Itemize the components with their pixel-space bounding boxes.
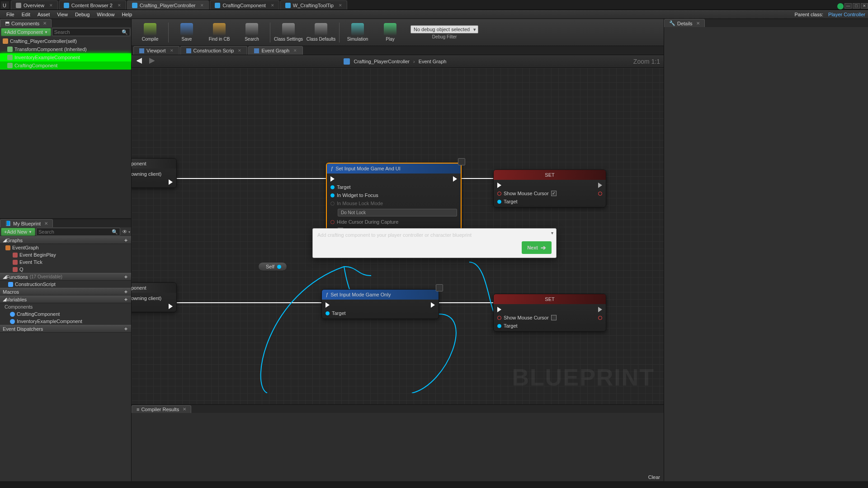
menu-file[interactable]: File [3, 12, 18, 17]
show-cursor-checkbox-2[interactable] [551, 315, 557, 320]
toolbar-play-button[interactable]: Play [374, 20, 406, 45]
toolbar-class-settings-button[interactable]: Class Settings [273, 20, 304, 45]
parent-class-link[interactable]: Player Controller [828, 12, 865, 17]
subtab-viewport[interactable]: Viewport✕ [133, 46, 179, 55]
node-set-show-mouse-cursor-1[interactable]: SET Show Mouse Cursor✓ Target [493, 169, 606, 207]
self-reference-node[interactable]: Self [258, 262, 287, 271]
menu-bar: FileEditAssetViewDebugWindowHelp Parent … [0, 10, 868, 19]
event-node-partial-1[interactable]: ponent owning client) [132, 158, 177, 188]
node-set-input-mode-game-only[interactable]: ƒSet Input Mode Game Only Target [321, 289, 439, 319]
my-blueprint-panel-tab[interactable]: 📘My Blueprint✕ [0, 219, 53, 227]
tutorial-popup: ▾ Add crafting component to your player … [312, 228, 557, 258]
window-controls: — □ ✕ [837, 3, 868, 9]
function-item[interactable]: ConstructionScript [0, 281, 131, 288]
menu-asset[interactable]: Asset [34, 12, 54, 17]
nav-back-button[interactable]: ⯇ [135, 57, 144, 66]
macros-section[interactable]: Macros＋ [0, 288, 131, 296]
subtab-construction-scrip[interactable]: Construction Scrip✕ [180, 46, 248, 55]
variables-section[interactable]: ◢ Variables＋ [0, 296, 131, 303]
event-graph-canvas[interactable]: ponent owning client) ƒSet Input Mode Ga… [132, 68, 664, 404]
compiler-results-tab[interactable]: ≡Compiler Results✕ [132, 405, 191, 413]
parent-class-label: Parent class: Player Controller [791, 12, 865, 17]
breadcrumb-root[interactable]: Crafting_PlayerController [354, 59, 410, 64]
details-panel-tab[interactable]: 🔧Details✕ [664, 19, 705, 27]
editor-tab[interactable]: CraftingComponent✕ [210, 0, 279, 9]
component-item[interactable]: InventoryExampleComponent [0, 53, 131, 61]
close-icon[interactable]: ✕ [183, 407, 186, 412]
toolbar-search-button[interactable]: Search [236, 20, 268, 45]
toolbar-find-in-cb-button[interactable]: Find in CB [203, 20, 235, 45]
toolbar-simulation-button[interactable]: Simulation [342, 20, 373, 45]
subtab-event-graph[interactable]: Event Graph✕ [248, 46, 303, 55]
dispatchers-section[interactable]: Event Dispatchers＋ [0, 325, 131, 333]
component-root[interactable]: Crafting_PlayerController(self) [0, 37, 131, 45]
components-tree: Crafting_PlayerController(self) Transfor… [0, 37, 131, 70]
popup-menu-icon[interactable]: ▾ [551, 230, 553, 235]
event-node-partial-2[interactable]: ponent owning client) [132, 282, 177, 312]
graph-item[interactable]: Event Tick [0, 258, 131, 266]
toolbar-compile-button[interactable]: Compile [134, 20, 166, 45]
interp-icon [436, 284, 443, 291]
add-dispatcher-button[interactable]: ＋ [123, 325, 128, 332]
menu-help[interactable]: Help [118, 12, 136, 17]
graph-item[interactable]: EventGraph [0, 244, 131, 251]
debug-filter-label: Debug Filter [410, 34, 478, 39]
menu-view[interactable]: View [53, 12, 71, 17]
add-function-button[interactable]: ＋ [123, 273, 128, 280]
debug-object-dropdown[interactable]: No debug object selected [410, 25, 478, 33]
menu-window[interactable]: Window [93, 12, 118, 17]
blueprint-watermark: BLUEPRINT [512, 364, 655, 391]
ue-logo-icon: U [1, 1, 9, 9]
toolbar-class-defaults-button[interactable]: Class Defaults [305, 20, 337, 45]
search-icon: 🔍 [122, 29, 128, 35]
close-icon[interactable]: ✕ [43, 21, 47, 26]
arrow-right-icon: ➔ [541, 244, 546, 251]
close-icon[interactable]: ✕ [44, 221, 48, 226]
blueprint-search-input[interactable]: 🔍 [36, 228, 120, 236]
status-icon [837, 3, 844, 9]
graph-item[interactable]: Event BeginPlay [0, 251, 131, 258]
variables-subheader: Components [0, 303, 131, 310]
add-variable-button[interactable]: ＋ [123, 296, 128, 303]
node-set-show-mouse-cursor-2[interactable]: SET Show Mouse Cursor Target [493, 294, 606, 332]
add-graph-button[interactable]: ＋ [123, 237, 128, 244]
editor-tab[interactable]: W_CraftingToolTip✕ [280, 0, 347, 9]
editor-tab[interactable]: Overview✕ [11, 0, 58, 9]
variable-item[interactable]: CraftingComponent [0, 310, 131, 318]
add-component-button[interactable]: +Add Component▼ [1, 28, 51, 36]
graph-item[interactable]: Q [0, 266, 131, 273]
show-cursor-checkbox-1[interactable]: ✓ [551, 191, 557, 196]
editor-tabs: U Overview✕Content Browser 2✕Crafting_Pl… [0, 0, 868, 10]
breadcrumb: Crafting_PlayerController › Event Graph [160, 58, 630, 65]
zoom-label: Zoom 1:1 [633, 58, 660, 65]
clear-button[interactable]: Clear [648, 474, 660, 480]
graphs-section[interactable]: ◢ Graphs＋ [0, 236, 131, 244]
toolbar: CompileSaveFind in CBSearchClass Setting… [132, 19, 664, 46]
component-item[interactable]: CraftingComponent [0, 61, 131, 70]
close-button[interactable]: ✕ [861, 3, 868, 9]
visibility-icon[interactable]: 👁 [122, 229, 127, 235]
add-macro-button[interactable]: ＋ [123, 288, 128, 295]
toolbar-save-button[interactable]: Save [171, 20, 203, 45]
minimize-button[interactable]: — [844, 3, 852, 9]
search-icon: 🔍 [112, 229, 118, 235]
add-new-button[interactable]: +Add New▼ [1, 228, 35, 236]
variable-item[interactable]: InventoryExampleComponent [0, 318, 131, 325]
tutorial-next-button[interactable]: Next➔ [522, 241, 552, 254]
menu-edit[interactable]: Edit [18, 12, 34, 17]
components-panel-tab[interactable]: ⬒Components✕ [0, 19, 52, 27]
menu-debug[interactable]: Debug [71, 12, 93, 17]
mouse-lock-dropdown[interactable]: Do Not Lock [338, 209, 457, 216]
component-item[interactable]: TransformComponent (Inherited) [0, 45, 131, 53]
editor-tab[interactable]: Crafting_PlayerController✕ [127, 0, 209, 9]
components-search-input[interactable]: 🔍 [52, 28, 130, 36]
maximize-button[interactable]: □ [853, 3, 860, 9]
functions-section[interactable]: ◢ Functions(17 Overridable)＋ [0, 273, 131, 281]
breadcrumb-current[interactable]: Event Graph [419, 59, 447, 64]
close-icon[interactable]: ✕ [696, 21, 700, 26]
graph-tabs: Viewport✕Construction Scrip✕Event Graph✕ [132, 46, 664, 55]
nav-forward-button[interactable]: ⯈ [148, 57, 157, 66]
editor-tab[interactable]: Content Browser 2✕ [59, 0, 126, 9]
tutorial-text: Add crafting component to your player co… [317, 232, 552, 238]
node-set-input-mode-game-and-ui[interactable]: ƒSet Input Mode Game And UI Target In Wi… [326, 163, 462, 237]
